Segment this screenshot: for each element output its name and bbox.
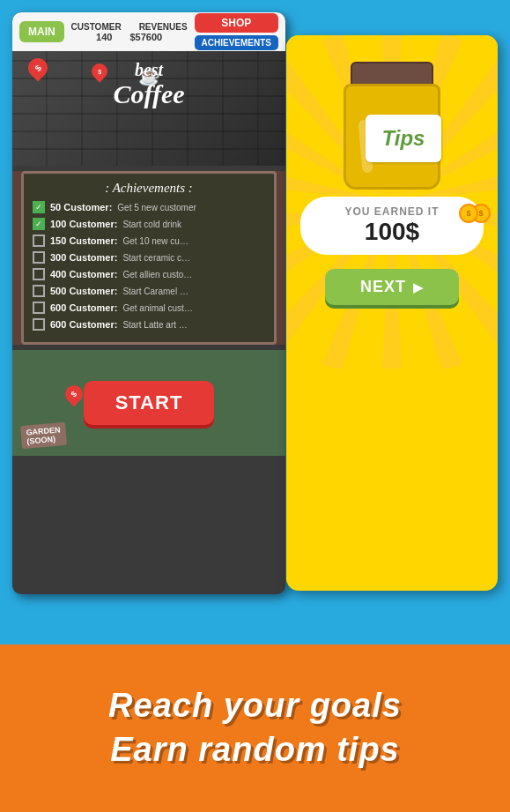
achievement-item: 50 Customer:Get 5 new customer bbox=[33, 201, 265, 213]
earned-amount: 100$ bbox=[322, 218, 462, 246]
achievement-customer-label: 100 Customer: bbox=[50, 219, 117, 229]
achievements-title: : Achievements : bbox=[33, 181, 265, 196]
achievement-checkbox bbox=[33, 302, 45, 314]
achievement-description: Start Latte art … bbox=[122, 320, 187, 330]
revenues-value: $57600 bbox=[129, 32, 162, 42]
achievement-customer-label: 50 Customer: bbox=[50, 202, 112, 212]
achievement-checkbox bbox=[33, 218, 45, 230]
achievements-button[interactable]: ACHIEVEMENTS bbox=[195, 35, 278, 50]
achievement-item: 400 Customer:Get allien custo… bbox=[33, 268, 265, 280]
achievement-checkbox bbox=[33, 285, 45, 297]
start-button[interactable]: START bbox=[84, 381, 215, 425]
achievement-item: 300 Customer:Start ceramic c… bbox=[33, 251, 265, 264]
next-button[interactable]: NEXT ▶ bbox=[325, 269, 459, 305]
coin-icons: $ $ bbox=[459, 204, 491, 223]
achievement-customer-label: 600 Customer: bbox=[50, 302, 117, 313]
location-pin-2: $ bbox=[92, 63, 107, 79]
earned-label: YOU EARNED IT bbox=[322, 205, 462, 218]
achievements-list: 50 Customer:Get 5 new customer100 Custom… bbox=[33, 201, 265, 331]
customer-value: 140 bbox=[96, 32, 112, 42]
stats-values: 140 $57600 bbox=[96, 32, 162, 42]
achievement-item: 100 Customer:Start cold drink bbox=[33, 218, 265, 230]
jar-body: Tips bbox=[344, 84, 440, 190]
achievement-item: 600 Customer:Get animal cust… bbox=[33, 302, 265, 314]
next-label: NEXT bbox=[360, 278, 406, 296]
achievement-description: Get allien custo… bbox=[122, 270, 192, 279]
chalkboard: : Achievements : 50 Customer:Get 5 new c… bbox=[21, 171, 277, 345]
achievement-customer-label: 400 Customer: bbox=[50, 269, 117, 279]
achievement-checkbox bbox=[33, 318, 45, 331]
achievement-checkbox bbox=[33, 268, 45, 280]
stats-box: CUSTOMER REVENUES 140 $57600 bbox=[70, 22, 189, 42]
next-arrow-icon: ▶ bbox=[413, 280, 424, 294]
top-bar: MAIN CUSTOMER REVENUES 140 $57600 SHOP A… bbox=[12, 12, 285, 51]
achievement-customer-label: 300 Customer: bbox=[50, 252, 117, 263]
achievement-customer-label: 150 Customer: bbox=[50, 235, 117, 246]
game-panel: MAIN CUSTOMER REVENUES 140 $57600 SHOP A… bbox=[12, 12, 285, 594]
tips-panel: Tips YOU EARNED IT 100$ $ $ NEXT ▶ bbox=[286, 35, 498, 591]
achievement-checkbox bbox=[33, 251, 45, 264]
bottom-banner: Reach your goals Earn random tips bbox=[0, 644, 510, 812]
achievement-description: Get 10 new cu… bbox=[122, 236, 188, 246]
tips-jar: Tips bbox=[335, 62, 449, 190]
achievements-panel: : Achievements : 50 Customer:Get 5 new c… bbox=[12, 171, 285, 345]
customer-label: CUSTOMER bbox=[71, 22, 122, 32]
achievement-checkbox bbox=[33, 235, 45, 247]
achievement-description: Get 5 new customer bbox=[117, 203, 196, 212]
achievement-description: Start ceramic c… bbox=[122, 253, 190, 263]
location-pin-1 bbox=[28, 58, 48, 81]
achievement-item: 500 Customer:Start Caramel … bbox=[33, 285, 265, 297]
achievement-customer-label: 600 Customer: bbox=[50, 319, 117, 330]
earned-section: YOU EARNED IT 100$ $ $ bbox=[300, 197, 484, 255]
tips-jar-area: Tips YOU EARNED IT 100$ $ $ NEXT ▶ bbox=[286, 35, 498, 591]
banner-line2: Earn random tips bbox=[110, 731, 400, 770]
coffee-sign: best Coffee bbox=[113, 60, 184, 108]
achievement-customer-label: 500 Customer: bbox=[50, 286, 117, 296]
achievement-item: 600 Customer:Start Latte art … bbox=[33, 318, 265, 331]
jar-label: Tips bbox=[366, 115, 441, 162]
coin-1: $ bbox=[459, 204, 478, 223]
coffee-scene: $ ☕ best Coffee bbox=[12, 51, 285, 166]
revenues-label: REVENUES bbox=[139, 22, 188, 32]
game-bottom: START GARDEN (SOON) bbox=[12, 350, 285, 456]
banner-line1: Reach your goals bbox=[108, 687, 402, 726]
main-button[interactable]: MAIN bbox=[19, 21, 64, 42]
dollar-pin bbox=[65, 385, 83, 403]
garden-sign: GARDEN (SOON) bbox=[20, 422, 67, 449]
achievement-checkbox bbox=[33, 201, 45, 213]
achievement-description: Start Caramel … bbox=[122, 287, 188, 296]
stats-labels: CUSTOMER REVENUES bbox=[71, 22, 188, 32]
achievement-item: 150 Customer:Get 10 new cu… bbox=[33, 235, 265, 247]
achievement-description: Get animal cust… bbox=[122, 303, 192, 313]
achievement-description: Start cold drink bbox=[122, 220, 181, 229]
right-buttons: SHOP ACHIEVEMENTS bbox=[195, 13, 278, 50]
shop-button[interactable]: SHOP bbox=[195, 13, 278, 33]
